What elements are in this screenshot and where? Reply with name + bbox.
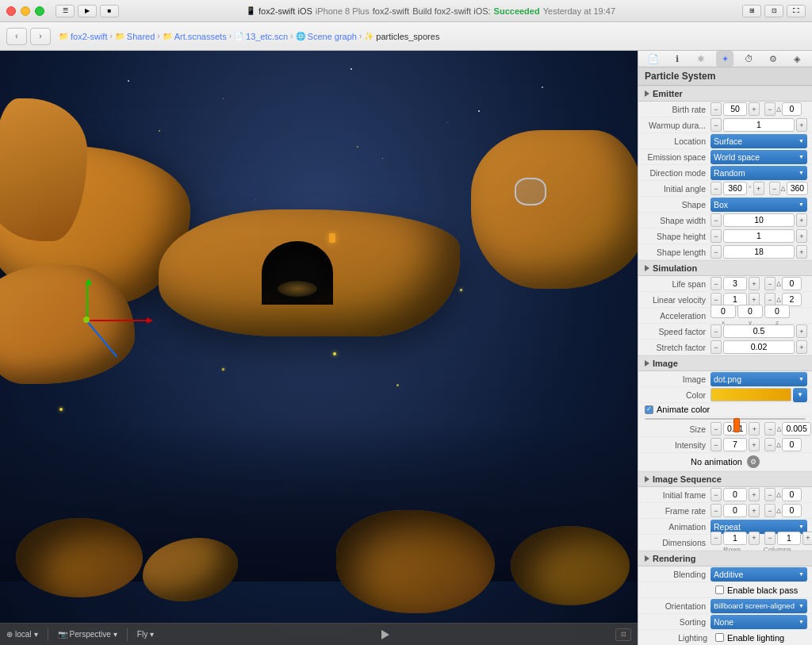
- sorting-dropdown[interactable]: None ▼: [710, 615, 807, 629]
- animation-gear-button[interactable]: ⚙: [747, 455, 760, 468]
- birth-rate-plus[interactable]: +: [749, 102, 760, 116]
- run-button[interactable]: ▶: [78, 5, 97, 17]
- frame-rate-plus[interactable]: +: [749, 504, 760, 517]
- color-swatch[interactable]: [710, 388, 791, 401]
- init-frame-delta-input[interactable]: 0: [782, 488, 802, 501]
- angle-input[interactable]: 360: [723, 182, 747, 195]
- init-frame-minus[interactable]: −: [710, 488, 722, 501]
- cols-minus[interactable]: −: [764, 532, 776, 545]
- shape-width-minus[interactable]: −: [710, 213, 722, 227]
- inspector-icon-file[interactable]: 📄: [645, 51, 662, 67]
- location-dropdown[interactable]: Surface ▼: [710, 134, 807, 148]
- breadcrumb-item-scene-graph[interactable]: Scene graph: [308, 32, 357, 41]
- back-button[interactable]: ‹: [6, 28, 27, 45]
- stop-button[interactable]: ■: [100, 5, 119, 17]
- shape-length-plus[interactable]: +: [796, 245, 807, 259]
- warmup-input[interactable]: 1: [723, 118, 795, 132]
- inspector-icon-physics[interactable]: ⚙: [764, 51, 782, 67]
- warmup-minus[interactable]: −: [710, 118, 722, 132]
- viewport[interactable]: ⊕ local ▾ 📷 Perspective ▾ Fly ▾ ⊡: [0, 51, 638, 645]
- init-frame-input[interactable]: 0: [723, 488, 747, 501]
- birth-rate-delta-minus[interactable]: −: [764, 102, 776, 116]
- accel-x-input[interactable]: 0: [710, 305, 736, 318]
- life-span-delta-input[interactable]: 0: [782, 277, 802, 290]
- accel-y-input[interactable]: 0: [737, 305, 763, 318]
- orientation-dropdown[interactable]: Billboard screen-aligned ▼: [710, 599, 807, 613]
- animate-color-checkbox[interactable]: ✓: [645, 405, 653, 414]
- direction-mode-dropdown[interactable]: Random ▼: [710, 166, 807, 180]
- nav-mode-button[interactable]: Fly ▾: [137, 630, 154, 639]
- image-file-dropdown[interactable]: dot.png ▼: [710, 372, 807, 386]
- shape-length-input[interactable]: 18: [723, 245, 795, 259]
- cols-plus[interactable]: +: [802, 532, 812, 545]
- frame-rate-delta-input[interactable]: 0: [782, 504, 802, 517]
- lighting-checkbox[interactable]: [715, 633, 724, 642]
- intensity-delta-input[interactable]: 0: [782, 438, 802, 451]
- birth-rate-input[interactable]: 50: [723, 102, 747, 116]
- frame-rate-minus[interactable]: −: [710, 504, 722, 517]
- shape-width-plus[interactable]: +: [796, 213, 807, 227]
- birth-rate-delta-input[interactable]: 0: [782, 102, 802, 116]
- life-span-input[interactable]: 3: [723, 277, 747, 290]
- play-button[interactable]: [377, 627, 393, 643]
- size-delta-input[interactable]: 0.005: [782, 422, 810, 436]
- size-plus[interactable]: +: [749, 422, 760, 436]
- color-gradient-bar[interactable]: [645, 418, 806, 420]
- black-pass-checkbox[interactable]: [715, 585, 724, 594]
- shape-width-input[interactable]: 10: [723, 213, 795, 227]
- cols-input[interactable]: 1: [777, 532, 801, 545]
- inspector-icon-atom[interactable]: ⚛: [692, 51, 710, 67]
- rows-input[interactable]: 1: [723, 532, 747, 545]
- coordinate-mode-button[interactable]: ⊕ local ▾: [6, 630, 38, 639]
- size-minus[interactable]: −: [710, 422, 722, 436]
- intensity-input[interactable]: 7: [723, 438, 747, 451]
- panel-left-button[interactable]: ⊞: [742, 5, 761, 17]
- gradient-marker[interactable]: [733, 418, 740, 432]
- blending-dropdown[interactable]: Additive ▼: [710, 567, 807, 582]
- frame-rate-input[interactable]: 0: [723, 504, 747, 517]
- warmup-plus[interactable]: +: [796, 118, 807, 132]
- speed-factor-minus[interactable]: −: [710, 324, 722, 338]
- speed-factor-plus[interactable]: +: [796, 324, 807, 338]
- stretch-factor-plus[interactable]: +: [796, 340, 807, 354]
- panel-right-button[interactable]: ⊡: [764, 5, 783, 17]
- life-span-minus[interactable]: −: [710, 277, 722, 290]
- shape-dropdown[interactable]: Box ▼: [710, 198, 807, 212]
- speed-factor-input[interactable]: 0.5: [723, 324, 795, 338]
- inspector-icon-nav[interactable]: ◈: [788, 51, 806, 67]
- inspector-icon-info[interactable]: ℹ: [668, 51, 686, 67]
- color-picker-button[interactable]: ▼: [793, 388, 807, 402]
- stretch-factor-minus[interactable]: −: [710, 340, 722, 354]
- birth-rate-minus[interactable]: −: [710, 102, 722, 116]
- size-delta-minus[interactable]: −: [764, 422, 776, 436]
- shape-height-plus[interactable]: +: [796, 229, 807, 243]
- rows-minus[interactable]: −: [710, 532, 722, 545]
- shape-height-minus[interactable]: −: [710, 229, 722, 243]
- breadcrumb-item-assets[interactable]: Art.scnassets: [174, 32, 227, 41]
- angle-minus[interactable]: −: [710, 182, 722, 195]
- accel-z-input[interactable]: 0: [764, 305, 790, 318]
- frame-rate-delta-minus[interactable]: −: [764, 504, 776, 517]
- sidebar-toggle-button[interactable]: ☰: [56, 5, 75, 17]
- inspector-icon-clock[interactable]: ⏱: [741, 51, 758, 67]
- inspector-icon-particles[interactable]: ✦: [716, 51, 733, 67]
- intensity-plus[interactable]: +: [749, 438, 760, 451]
- life-span-delta-minus[interactable]: −: [764, 277, 776, 290]
- close-button[interactable]: [6, 6, 16, 16]
- screenshot-button[interactable]: ⊡: [615, 628, 631, 641]
- intensity-minus[interactable]: −: [710, 438, 722, 451]
- breadcrumb-item-project[interactable]: fox2-swift: [71, 32, 107, 41]
- init-frame-plus[interactable]: +: [749, 488, 760, 501]
- minimize-button[interactable]: [21, 6, 30, 16]
- rows-plus[interactable]: +: [749, 532, 760, 545]
- fullscreen-button[interactable]: ⛶: [787, 5, 806, 17]
- intensity-delta-minus[interactable]: −: [764, 438, 776, 451]
- camera-mode-button[interactable]: 📷 Perspective ▾: [58, 630, 117, 639]
- shape-height-input[interactable]: 1: [723, 229, 795, 243]
- emission-space-dropdown[interactable]: World space ▼: [710, 150, 807, 164]
- life-span-plus[interactable]: +: [749, 277, 760, 290]
- angle-plus[interactable]: +: [753, 182, 764, 195]
- maximize-button[interactable]: [35, 6, 44, 16]
- stretch-factor-input[interactable]: 0.02: [723, 340, 795, 354]
- breadcrumb-item-scn[interactable]: 13_etc.scn: [246, 32, 288, 41]
